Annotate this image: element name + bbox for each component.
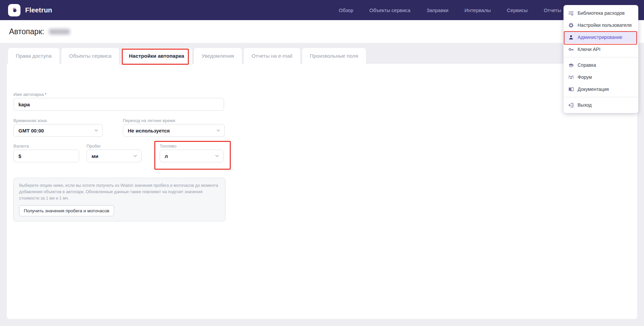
tab-service-objects[interactable]: Объекты сервиса: [61, 48, 119, 64]
menu-item-label: Администрирование: [578, 35, 623, 40]
get-mileage-engine-hours-button[interactable]: Получить значения пробега и моточасов: [19, 205, 114, 216]
menu-item-help[interactable]: Справка: [564, 59, 638, 71]
title-bar: Автопарк:: [0, 20, 644, 43]
menu-item-label: Документация: [578, 87, 609, 92]
wialon-sync-infobox: Выберите опцию ниже, если вы хотите полу…: [13, 178, 225, 221]
timezone-select[interactable]: GMT 00:00: [13, 124, 103, 137]
menu-item-label: Настройки пользователя: [578, 22, 632, 28]
menu-item-logout[interactable]: Выход: [564, 99, 638, 111]
tab-notifications[interactable]: Уведомления: [194, 48, 242, 64]
mascot-icon: [10, 6, 19, 14]
tab-fleet-settings[interactable]: Настройки автопарка: [121, 48, 192, 64]
tab-access-rights[interactable]: Права доступа: [8, 48, 59, 64]
menu-item-label: Справка: [578, 62, 596, 68]
nav-links: Обзор Объекты сервиса Заправки Интервалы…: [339, 0, 561, 20]
nav-link-overview[interactable]: Обзор: [339, 7, 353, 13]
fuel-label: Топливо: [160, 144, 176, 149]
dst-value: Не используется: [128, 128, 170, 133]
menu-item-expense-library[interactable]: Библиотека расходов: [564, 7, 638, 19]
required-asterisk: *: [45, 92, 47, 97]
nav-link-service-objects[interactable]: Объекты сервиса: [369, 7, 410, 13]
fuel-value: л: [165, 153, 168, 159]
menu-item-label: Библиотека расходов: [578, 10, 625, 16]
chevron-down-icon: [215, 154, 219, 158]
nav-link-fillings[interactable]: Заправки: [427, 7, 448, 13]
dst-select[interactable]: Не используется: [123, 124, 225, 137]
logout-icon: [568, 102, 574, 108]
menu-divider: [564, 57, 638, 57]
menu-item-forum[interactable]: Форум: [564, 71, 638, 83]
user-dropdown-menu: Библиотека расходов Настройки пользовате…: [564, 5, 638, 113]
mileage-value: ми: [92, 153, 98, 159]
menu-item-api-keys[interactable]: Ключи API: [564, 43, 638, 55]
nav-link-services[interactable]: Сервисы: [507, 7, 528, 13]
brand-name: Fleetrun: [25, 6, 52, 14]
tab-custom-fields[interactable]: Произвольные поля: [302, 48, 366, 64]
fleet-name-input[interactable]: [14, 98, 224, 110]
tab-email-reports[interactable]: Отчеты на e-mail: [244, 48, 300, 64]
graduation-cap-icon: [568, 62, 574, 68]
top-navbar: Fleetrun Обзор Объекты сервиса Заправки …: [0, 0, 644, 20]
wialon-sync-info-text: Выберите опцию ниже, если вы хотите полу…: [19, 182, 220, 201]
currency-input[interactable]: [14, 150, 79, 162]
timezone-label: Временная зона: [13, 118, 47, 123]
page-title: Автопарк:: [9, 27, 44, 36]
expense-library-icon: [568, 10, 574, 16]
menu-item-label: Выход: [578, 102, 592, 108]
menu-item-label: Форум: [578, 74, 592, 80]
fleet-settings-panel: Имя автопарка* Временная зона Переход на…: [7, 64, 637, 319]
nav-link-reports[interactable]: Отчеты: [544, 7, 561, 13]
people-icon: [568, 74, 574, 80]
fleet-name-label: Имя автопарка*: [13, 92, 47, 97]
menu-item-administration[interactable]: Администрирование: [564, 31, 638, 43]
tab-bar: Права доступа Объекты сервиса Настройки …: [8, 48, 366, 64]
brand: Fleetrun: [8, 4, 52, 16]
chevron-down-icon: [94, 128, 98, 132]
menu-divider: [564, 97, 638, 97]
menu-item-label: Ключи API: [578, 47, 600, 52]
mileage-select[interactable]: ми: [87, 150, 142, 162]
fleet-name-field-wrap: [13, 98, 224, 111]
chevron-down-icon: [133, 154, 137, 158]
timezone-value: GMT 00:00: [18, 128, 44, 133]
key-icon: [568, 47, 574, 52]
fleet-name-redacted: [49, 29, 70, 35]
fleetrun-logo-icon[interactable]: [8, 4, 20, 16]
nav-link-intervals[interactable]: Интервалы: [465, 7, 491, 13]
currency-field-wrap: [13, 150, 79, 162]
chevron-down-icon: [216, 128, 220, 132]
menu-item-user-settings[interactable]: Настройки пользователя: [564, 19, 638, 31]
fuel-select[interactable]: л: [160, 150, 223, 162]
fleet-name-label-text: Имя автопарка: [13, 92, 44, 97]
mileage-label: Пробег: [87, 144, 101, 149]
gear-icon: [568, 22, 574, 28]
book-icon: [568, 87, 574, 92]
menu-item-documentation[interactable]: Документация: [564, 83, 638, 95]
dst-label: Переход на летнее время: [123, 118, 175, 123]
person-icon: [568, 35, 574, 40]
currency-label: Валюта: [13, 144, 29, 149]
